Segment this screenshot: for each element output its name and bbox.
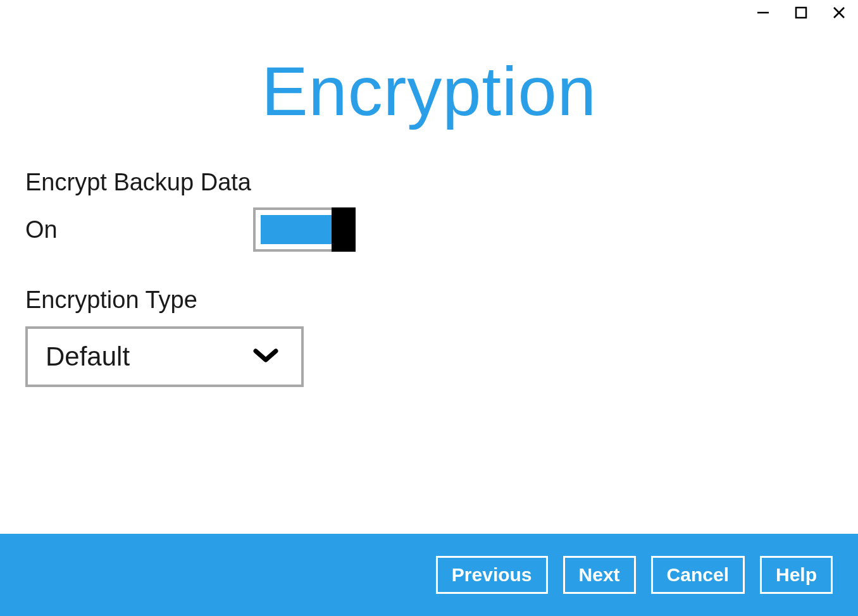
minimize-icon — [756, 6, 770, 20]
chevron-down-icon — [253, 347, 278, 366]
close-icon — [832, 6, 846, 20]
encryption-type-dropdown[interactable]: Default — [25, 326, 304, 387]
next-button[interactable]: Next — [563, 556, 636, 594]
encrypt-toggle-row: On — [25, 207, 833, 252]
window-titlebar — [0, 0, 858, 25]
encrypt-toggle-state: On — [25, 216, 253, 243]
toggle-handle — [332, 207, 356, 252]
maximize-icon — [794, 6, 808, 20]
encryption-type-value: Default — [46, 342, 130, 372]
encryption-type-label: Encryption Type — [25, 286, 833, 314]
cancel-button[interactable]: Cancel — [651, 556, 745, 594]
page-title: Encryption — [25, 51, 833, 131]
encrypt-toggle[interactable] — [253, 207, 356, 252]
close-button[interactable] — [820, 0, 858, 25]
maximize-button[interactable] — [782, 0, 820, 25]
encrypt-section: Encrypt Backup Data On — [25, 169, 833, 280]
encrypt-label: Encrypt Backup Data — [25, 169, 833, 196]
svg-rect-1 — [796, 8, 806, 18]
previous-button[interactable]: Previous — [436, 556, 548, 594]
minimize-button[interactable] — [744, 0, 782, 25]
wizard-footer: Previous Next Cancel Help — [0, 534, 858, 616]
help-button[interactable]: Help — [760, 556, 833, 594]
encryption-type-section: Encryption Type Default — [25, 286, 833, 387]
main-content: Encryption Encrypt Backup Data On Encryp… — [0, 25, 858, 534]
toggle-fill — [261, 215, 332, 244]
